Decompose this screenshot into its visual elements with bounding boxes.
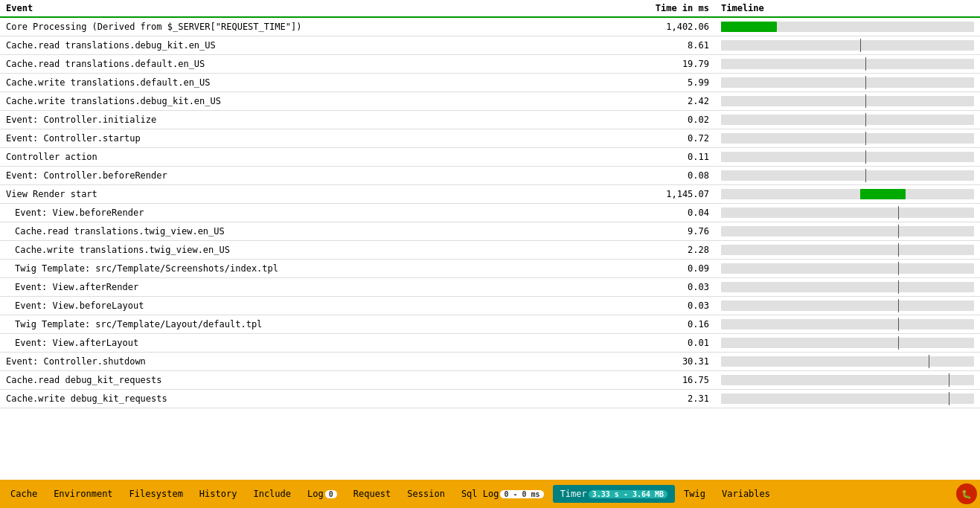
- timeline-background: [721, 245, 974, 255]
- timeline-background: [721, 133, 974, 144]
- timeline-background: [721, 282, 974, 292]
- timeline-background: [721, 226, 974, 237]
- timeline-background: [721, 263, 974, 274]
- event-timeline: [715, 36, 980, 55]
- timeline-background: [721, 77, 974, 88]
- timeline-background: [721, 338, 974, 348]
- event-timeline: [715, 167, 980, 185]
- timeline-visual: [721, 132, 974, 145]
- event-timeline: [715, 278, 980, 297]
- timeline-background: [721, 319, 974, 329]
- event-name: Cache.write translations.debug_kit.en_US: [0, 92, 626, 111]
- debugkit-logo[interactable]: 🐛: [956, 483, 977, 504]
- toolbar-btn-label: Timer: [560, 489, 587, 499]
- event-time: 0.03: [626, 297, 715, 315]
- table-row: Core Processing (Derived from $_SERVER["…: [0, 17, 980, 36]
- event-name: Cache.read translations.debug_kit.en_US: [0, 36, 626, 55]
- col-time: Time in ms: [626, 0, 715, 17]
- toolbar-btn-label: Include: [253, 489, 291, 499]
- table-row: Twig Template: src/Template/Screenshots/…: [0, 260, 980, 278]
- toolbar-btn-include[interactable]: Include: [246, 485, 298, 503]
- table-row: Cache.write translations.debug_kit.en_US…: [0, 92, 980, 111]
- table-row: Event: View.afterRender0.03: [0, 278, 980, 297]
- toolbar-btn-environment[interactable]: Environment: [46, 485, 120, 503]
- timeline-marker: [898, 336, 899, 350]
- event-time: 2.28: [626, 241, 715, 260]
- event-timeline: [715, 204, 980, 222]
- table-row: Event: View.afterLayout0.01: [0, 334, 980, 353]
- table-row: Cache.write translations.default.en_US5.…: [0, 74, 980, 92]
- toolbar: CacheEnvironmentFilesystemHistoryInclude…: [0, 480, 980, 508]
- timeline-background: [721, 189, 974, 199]
- event-timeline: [715, 260, 980, 278]
- timeline-background: [721, 115, 974, 125]
- timeline-visual: [721, 262, 974, 275]
- event-time: 0.02: [626, 111, 715, 129]
- event-name: Event: Controller.startup: [0, 129, 626, 148]
- timeline-visual: [721, 20, 974, 33]
- toolbar-btn-badge: 0: [325, 490, 337, 498]
- toolbar-btn-filesystem[interactable]: Filesystem: [122, 485, 190, 503]
- event-time: 0.08: [626, 167, 715, 185]
- timeline-marker: [898, 318, 899, 331]
- event-name: Twig Template: src/Template/Layout/defau…: [0, 315, 626, 334]
- event-time: 5.99: [626, 74, 715, 92]
- toolbar-btn-history[interactable]: History: [192, 485, 245, 503]
- toolbar-btn-log[interactable]: Log0: [300, 485, 345, 503]
- timeline-visual: [721, 355, 974, 368]
- event-timeline: [715, 92, 980, 111]
- event-time: 1,402.06: [626, 17, 715, 36]
- event-time: 19.79: [626, 55, 715, 74]
- timeline-visual: [721, 318, 974, 331]
- timeline-background: [721, 393, 974, 404]
- timeline-visual: [721, 57, 974, 71]
- event-time: 0.11: [626, 148, 715, 167]
- timeline-visual: [721, 392, 974, 405]
- toolbar-btn-variables[interactable]: Variables: [714, 485, 778, 503]
- timeline-marker: [865, 132, 866, 145]
- timeline-visual: [721, 280, 974, 294]
- event-timeline: [715, 334, 980, 353]
- toolbar-btn-sql-log[interactable]: Sql Log0 - 0 ms: [454, 485, 551, 503]
- event-time: 0.16: [626, 315, 715, 334]
- timeline-marker: [865, 94, 866, 108]
- toolbar-btn-twig[interactable]: Twig: [676, 485, 713, 503]
- event-time: 0.03: [626, 278, 715, 297]
- event-time: 2.31: [626, 390, 715, 408]
- timeline-marker: [949, 392, 949, 405]
- toolbar-buttons: CacheEnvironmentFilesystemHistoryInclude…: [3, 485, 955, 503]
- timeline-marker: [865, 113, 866, 126]
- event-name: Cache.write translations.twig_view.en_US: [0, 241, 626, 260]
- event-time: 1,145.07: [626, 185, 715, 204]
- timeline-marker: [865, 169, 866, 182]
- toolbar-btn-timer[interactable]: Timer3.33 s - 3.64 MB: [553, 485, 675, 503]
- timeline-marker: [898, 262, 899, 275]
- event-name: Cache.write debug_kit_requests: [0, 390, 626, 408]
- event-time: 2.42: [626, 92, 715, 111]
- table-row: Event: Controller.beforeRender0.08: [0, 167, 980, 185]
- event-time: 0.04: [626, 204, 715, 222]
- timeline-marker: [865, 76, 866, 89]
- event-timeline: [715, 315, 980, 334]
- toolbar-btn-request[interactable]: Request: [346, 485, 399, 503]
- toolbar-btn-session[interactable]: Session: [400, 485, 452, 503]
- table-row: Event: View.beforeRender0.04: [0, 204, 980, 222]
- toolbar-btn-cache[interactable]: Cache: [3, 485, 45, 503]
- timeline-visual: [721, 113, 974, 126]
- timeline-bar: [860, 189, 906, 199]
- table-header-row: Event Time in ms Timeline: [0, 0, 980, 17]
- event-timeline: [715, 241, 980, 260]
- timeline-marker: [929, 355, 929, 368]
- event-timeline: [715, 371, 980, 390]
- event-name: Twig Template: src/Template/Screenshots/…: [0, 260, 626, 278]
- toolbar-btn-label: Request: [353, 489, 391, 499]
- event-name: Event: View.afterLayout: [0, 334, 626, 353]
- table-row: Event: Controller.shutdown30.31: [0, 353, 980, 371]
- toolbar-btn-badge: 0 - 0 ms: [500, 490, 543, 498]
- event-name: Core Processing (Derived from $_SERVER["…: [0, 17, 626, 36]
- event-time: 30.31: [626, 353, 715, 371]
- timeline-visual: [721, 169, 974, 182]
- event-timeline: [715, 297, 980, 315]
- timeline-background: [721, 40, 974, 51]
- event-name: Cache.read debug_kit_requests: [0, 371, 626, 390]
